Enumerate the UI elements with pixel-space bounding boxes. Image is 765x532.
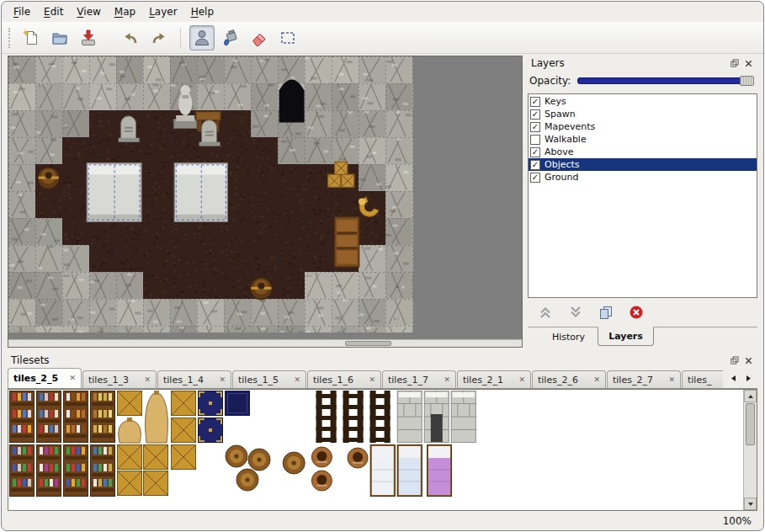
tileset-tab-tiles_2_6[interactable]: tiles_2_6✕ bbox=[532, 370, 606, 388]
layer-checkbox[interactable] bbox=[530, 135, 540, 145]
arrow-left-icon bbox=[730, 375, 737, 382]
menu-item-file[interactable]: File bbox=[7, 3, 37, 21]
new-file-button[interactable] bbox=[19, 25, 44, 51]
layer-checkbox[interactable]: ✓ bbox=[530, 109, 540, 120]
tileset-tab-tiles_2_5[interactable]: tiles_2_5✕ bbox=[8, 368, 82, 388]
tileset-tab-tiles_1_5[interactable]: tiles_1_5✕ bbox=[232, 370, 306, 388]
layer-row-mapevents[interactable]: ✓Mapevents bbox=[529, 120, 757, 133]
copy-icon bbox=[598, 305, 614, 320]
layer-label: Keys bbox=[545, 96, 566, 107]
menu-item-help[interactable]: Help bbox=[184, 3, 220, 21]
undo-button[interactable] bbox=[118, 25, 143, 51]
tab-close-icon[interactable]: ✕ bbox=[369, 376, 375, 384]
tilesets-panel-titlebar: Tilesets bbox=[8, 353, 757, 368]
tab-scroll-left-button[interactable] bbox=[727, 370, 740, 386]
stamp-tool-button[interactable] bbox=[189, 25, 215, 51]
tab-history[interactable]: History bbox=[541, 327, 596, 347]
vscrollbar-thumb[interactable] bbox=[746, 403, 755, 445]
tab-scroll-right-button[interactable] bbox=[742, 370, 755, 386]
tileset-tab-tiles_1_3[interactable]: tiles_1_3✕ bbox=[82, 370, 157, 388]
map-hscrollbar[interactable] bbox=[8, 339, 522, 347]
person-icon bbox=[193, 29, 211, 47]
tileset-tab-tiles_1_4[interactable]: tiles_1_4✕ bbox=[157, 370, 231, 388]
opacity-label: Opacity: bbox=[529, 75, 571, 87]
tileset-tab-tiles_2_1[interactable]: tiles_2_1✕ bbox=[457, 370, 531, 388]
fill-tool-button[interactable] bbox=[218, 25, 243, 51]
scroll-up-button[interactable] bbox=[744, 390, 757, 402]
selection-icon bbox=[279, 29, 297, 47]
delete-layer-button[interactable] bbox=[629, 305, 644, 323]
eraser-tool-button[interactable] bbox=[247, 25, 272, 51]
layer-row-keys[interactable]: ✓Keys bbox=[529, 95, 757, 108]
map-viewport[interactable] bbox=[8, 56, 523, 348]
opacity-slider[interactable] bbox=[577, 77, 754, 84]
eraser-icon bbox=[250, 29, 268, 47]
tileset-tab-tiles_1_6[interactable]: tiles_1_6✕ bbox=[307, 370, 381, 388]
tileset-vscrollbar[interactable] bbox=[743, 390, 757, 510]
float-icon bbox=[730, 59, 739, 68]
menu-item-view[interactable]: View bbox=[70, 3, 107, 21]
layer-row-ground[interactable]: ✓Ground bbox=[529, 171, 757, 184]
open-button[interactable] bbox=[47, 25, 72, 51]
layers-panel-titlebar: Layers bbox=[528, 56, 757, 71]
tilesets-float-button[interactable] bbox=[728, 354, 740, 366]
opacity-slider-handle[interactable] bbox=[740, 76, 754, 86]
tab-close-icon[interactable]: ✕ bbox=[219, 376, 226, 384]
statusbar: 100% bbox=[2, 511, 763, 530]
layer-list[interactable]: ✓Keys ✓Spawn ✓Mapevents Walkable ✓Above … bbox=[528, 93, 757, 298]
tileset-tabbar: tiles_2_5✕ tiles_1_3✕ tiles_1_4✕ tiles_1… bbox=[8, 368, 757, 389]
close-icon bbox=[744, 356, 753, 365]
close-icon bbox=[744, 59, 753, 68]
duplicate-layer-button[interactable] bbox=[598, 305, 614, 323]
menu-item-layer[interactable]: Layer bbox=[142, 3, 183, 21]
tab-close-icon[interactable]: ✕ bbox=[294, 376, 300, 384]
tileset-tab-tiles_2_7[interactable]: tiles_2_7✕ bbox=[607, 370, 681, 388]
layer-label: Ground bbox=[545, 172, 578, 183]
map-canvas[interactable] bbox=[8, 56, 413, 332]
layer-row-spawn[interactable]: ✓Spawn bbox=[529, 108, 757, 120]
map-hscrollbar-thumb[interactable] bbox=[345, 341, 391, 346]
tab-close-icon[interactable]: ✕ bbox=[593, 376, 600, 384]
tileset-canvas[interactable] bbox=[8, 390, 746, 511]
tab-close-icon[interactable]: ✕ bbox=[518, 376, 525, 384]
layers-panel: Layers Opacity: ✓Keys ✓Spawn ✓Mapevents … bbox=[528, 56, 757, 348]
layer-row-above[interactable]: ✓Above bbox=[529, 146, 757, 158]
app-window: File Edit View Map Layer Help bbox=[1, 1, 764, 531]
layer-checkbox[interactable]: ✓ bbox=[530, 97, 540, 107]
redo-button[interactable] bbox=[146, 25, 172, 51]
layer-row-objects[interactable]: ✓Objects bbox=[529, 158, 757, 171]
tab-close-icon[interactable]: ✕ bbox=[668, 376, 675, 384]
tileset-tab-tiles_1_7[interactable]: tiles_1_7✕ bbox=[382, 370, 456, 388]
layers-float-button[interactable] bbox=[728, 57, 740, 69]
save-button[interactable] bbox=[76, 25, 101, 51]
move-layer-up-button[interactable] bbox=[538, 305, 553, 323]
select-tool-button[interactable] bbox=[275, 25, 300, 51]
layer-toolbar bbox=[528, 301, 757, 327]
menu-item-edit[interactable]: Edit bbox=[37, 3, 70, 21]
layer-checkbox[interactable]: ✓ bbox=[530, 173, 540, 183]
layers-panel-title: Layers bbox=[531, 57, 725, 69]
tab-close-icon[interactable]: ✕ bbox=[144, 376, 151, 384]
layer-label: Above bbox=[545, 146, 574, 157]
tab-layers[interactable]: Layers bbox=[598, 327, 654, 346]
zoom-level: 100% bbox=[723, 515, 752, 527]
undo-icon bbox=[121, 29, 140, 47]
new-file-icon bbox=[22, 29, 40, 47]
opacity-row: Opacity: bbox=[528, 71, 757, 91]
scroll-down-button[interactable] bbox=[744, 497, 757, 510]
toolbar-grip[interactable] bbox=[8, 28, 11, 48]
layer-checkbox[interactable]: ✓ bbox=[530, 122, 540, 132]
layer-checkbox[interactable]: ✓ bbox=[530, 147, 540, 157]
open-folder-icon bbox=[50, 29, 69, 47]
tilesets-close-button[interactable] bbox=[742, 354, 754, 366]
layer-checkbox[interactable]: ✓ bbox=[530, 160, 540, 170]
layer-row-walkable[interactable]: Walkable bbox=[529, 133, 757, 146]
tab-close-icon[interactable]: ✕ bbox=[69, 375, 76, 382]
tab-close-icon[interactable]: ✕ bbox=[444, 376, 450, 384]
tileset-tab-partial[interactable]: tiles_✕ bbox=[682, 370, 723, 388]
move-layer-down-button[interactable] bbox=[568, 305, 583, 323]
tileset-view[interactable] bbox=[8, 389, 757, 511]
menubar: File Edit View Map Layer Help bbox=[2, 2, 763, 22]
menu-item-map[interactable]: Map bbox=[108, 3, 142, 21]
layers-close-button[interactable] bbox=[742, 57, 754, 69]
